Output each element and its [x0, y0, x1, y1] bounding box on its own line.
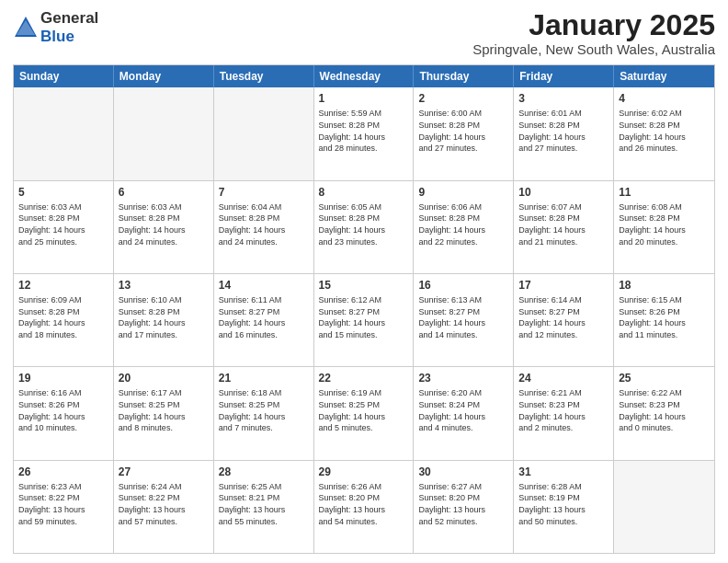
day-cell-29: 29Sunrise: 6:26 AM Sunset: 8:20 PM Dayli…: [314, 461, 415, 553]
day-info: Sunrise: 6:22 AM Sunset: 8:23 PM Dayligh…: [619, 387, 710, 433]
day-info: Sunrise: 6:05 AM Sunset: 8:28 PM Dayligh…: [319, 201, 409, 247]
day-number: 6: [119, 185, 209, 200]
day-number: 13: [119, 278, 209, 293]
day-number: 11: [619, 185, 710, 200]
week-row-3: 12Sunrise: 6:09 AM Sunset: 8:28 PM Dayli…: [14, 273, 714, 366]
day-number: 24: [518, 371, 609, 385]
logo-blue-text: Blue: [40, 28, 74, 45]
month-title: January 2025: [472, 9, 715, 41]
day-info: Sunrise: 6:00 AM Sunset: 8:28 PM Dayligh…: [418, 108, 508, 154]
page: General Blue January 2025 Springvale, Ne…: [0, 0, 728, 563]
day-cell-23: 23Sunrise: 6:20 AM Sunset: 8:24 PM Dayli…: [414, 367, 514, 459]
day-cell-2: 2Sunrise: 6:00 AM Sunset: 8:28 PM Daylig…: [414, 87, 514, 179]
day-cell-17: 17Sunrise: 6:14 AM Sunset: 8:27 PM Dayli…: [514, 274, 614, 366]
day-header-saturday: Saturday: [614, 65, 714, 87]
day-info: Sunrise: 6:18 AM Sunset: 8:25 PM Dayligh…: [219, 387, 309, 433]
day-cell-4: 4Sunrise: 6:02 AM Sunset: 8:28 PM Daylig…: [614, 87, 714, 179]
day-header-friday: Friday: [514, 65, 614, 87]
day-number: 2: [418, 91, 508, 106]
day-number: 31: [518, 465, 609, 479]
day-cell-1: 1Sunrise: 5:59 AM Sunset: 8:28 PM Daylig…: [314, 87, 415, 179]
day-number: 18: [619, 278, 710, 293]
day-cell-18: 18Sunrise: 6:15 AM Sunset: 8:26 PM Dayli…: [614, 274, 714, 366]
day-number: 23: [418, 371, 508, 385]
day-number: 30: [418, 465, 508, 479]
day-info: Sunrise: 6:19 AM Sunset: 8:25 PM Dayligh…: [319, 387, 409, 433]
day-cell-empty-0-2: [214, 87, 314, 179]
day-number: 3: [518, 91, 609, 106]
day-number: 29: [319, 465, 409, 479]
day-info: Sunrise: 6:21 AM Sunset: 8:23 PM Dayligh…: [518, 387, 609, 433]
title-block: January 2025 Springvale, New South Wales…: [472, 9, 715, 57]
day-info: Sunrise: 6:10 AM Sunset: 8:28 PM Dayligh…: [119, 294, 209, 340]
day-cell-12: 12Sunrise: 6:09 AM Sunset: 8:28 PM Dayli…: [14, 274, 114, 366]
day-number: 5: [18, 185, 108, 200]
week-row-1: 1Sunrise: 5:59 AM Sunset: 8:28 PM Daylig…: [14, 87, 714, 179]
day-info: Sunrise: 6:24 AM Sunset: 8:22 PM Dayligh…: [119, 481, 209, 527]
svg-marker-1: [17, 20, 35, 35]
day-cell-7: 7Sunrise: 6:04 AM Sunset: 8:28 PM Daylig…: [214, 181, 314, 273]
day-number: 8: [319, 185, 409, 200]
day-cell-3: 3Sunrise: 6:01 AM Sunset: 8:28 PM Daylig…: [514, 87, 614, 179]
day-info: Sunrise: 6:06 AM Sunset: 8:28 PM Dayligh…: [418, 201, 508, 247]
day-info: Sunrise: 6:26 AM Sunset: 8:20 PM Dayligh…: [319, 481, 409, 527]
day-info: Sunrise: 5:59 AM Sunset: 8:28 PM Dayligh…: [319, 108, 409, 154]
location: Springvale, New South Wales, Australia: [472, 41, 715, 57]
day-info: Sunrise: 6:28 AM Sunset: 8:19 PM Dayligh…: [518, 481, 609, 527]
logo: General Blue: [13, 9, 98, 46]
day-cell-11: 11Sunrise: 6:08 AM Sunset: 8:28 PM Dayli…: [614, 181, 714, 273]
day-info: Sunrise: 6:12 AM Sunset: 8:27 PM Dayligh…: [319, 294, 409, 340]
day-info: Sunrise: 6:01 AM Sunset: 8:28 PM Dayligh…: [518, 108, 609, 154]
day-cell-19: 19Sunrise: 6:16 AM Sunset: 8:26 PM Dayli…: [14, 367, 114, 459]
day-cell-8: 8Sunrise: 6:05 AM Sunset: 8:28 PM Daylig…: [314, 181, 415, 273]
day-number: 1: [319, 91, 409, 106]
day-info: Sunrise: 6:04 AM Sunset: 8:28 PM Dayligh…: [219, 201, 309, 247]
week-row-5: 26Sunrise: 6:23 AM Sunset: 8:22 PM Dayli…: [14, 460, 714, 553]
day-cell-21: 21Sunrise: 6:18 AM Sunset: 8:25 PM Dayli…: [214, 367, 314, 459]
day-cell-empty-0-0: [14, 87, 114, 179]
day-number: 16: [418, 278, 508, 293]
day-cell-empty-0-1: [114, 87, 214, 179]
day-info: Sunrise: 6:07 AM Sunset: 8:28 PM Dayligh…: [518, 201, 609, 247]
day-number: 21: [219, 371, 309, 385]
day-number: 4: [619, 91, 710, 106]
day-info: Sunrise: 6:27 AM Sunset: 8:20 PM Dayligh…: [418, 481, 508, 527]
day-number: 9: [418, 185, 508, 200]
day-cell-22: 22Sunrise: 6:19 AM Sunset: 8:25 PM Dayli…: [314, 367, 415, 459]
calendar-body: 1Sunrise: 5:59 AM Sunset: 8:28 PM Daylig…: [14, 87, 714, 553]
logo-general-text: General: [40, 9, 98, 27]
day-number: 26: [18, 465, 108, 479]
day-header-monday: Monday: [114, 65, 214, 87]
day-number: 28: [219, 465, 309, 479]
day-info: Sunrise: 6:23 AM Sunset: 8:22 PM Dayligh…: [18, 481, 108, 527]
day-header-wednesday: Wednesday: [314, 65, 415, 87]
day-cell-13: 13Sunrise: 6:10 AM Sunset: 8:28 PM Dayli…: [114, 274, 214, 366]
day-cell-26: 26Sunrise: 6:23 AM Sunset: 8:22 PM Dayli…: [14, 461, 114, 553]
day-info: Sunrise: 6:03 AM Sunset: 8:28 PM Dayligh…: [119, 201, 209, 247]
header: General Blue January 2025 Springvale, Ne…: [13, 9, 715, 57]
day-info: Sunrise: 6:11 AM Sunset: 8:27 PM Dayligh…: [219, 294, 309, 340]
day-number: 7: [219, 185, 309, 200]
day-number: 27: [119, 465, 209, 479]
day-cell-27: 27Sunrise: 6:24 AM Sunset: 8:22 PM Dayli…: [114, 461, 214, 553]
day-number: 17: [518, 278, 609, 293]
day-info: Sunrise: 6:08 AM Sunset: 8:28 PM Dayligh…: [619, 201, 710, 247]
logo-icon: [13, 15, 39, 40]
day-info: Sunrise: 6:14 AM Sunset: 8:27 PM Dayligh…: [518, 294, 609, 340]
day-info: Sunrise: 6:17 AM Sunset: 8:25 PM Dayligh…: [119, 387, 209, 433]
day-number: 25: [619, 371, 710, 385]
day-cell-14: 14Sunrise: 6:11 AM Sunset: 8:27 PM Dayli…: [214, 274, 314, 366]
day-info: Sunrise: 6:03 AM Sunset: 8:28 PM Dayligh…: [18, 201, 108, 247]
day-info: Sunrise: 6:13 AM Sunset: 8:27 PM Dayligh…: [418, 294, 508, 340]
day-number: 20: [119, 371, 209, 385]
week-row-4: 19Sunrise: 6:16 AM Sunset: 8:26 PM Dayli…: [14, 366, 714, 459]
day-info: Sunrise: 6:09 AM Sunset: 8:28 PM Dayligh…: [18, 294, 108, 340]
day-cell-10: 10Sunrise: 6:07 AM Sunset: 8:28 PM Dayli…: [514, 181, 614, 273]
day-cell-empty-4-6: [614, 461, 714, 553]
day-header-tuesday: Tuesday: [214, 65, 314, 87]
day-cell-28: 28Sunrise: 6:25 AM Sunset: 8:21 PM Dayli…: [214, 461, 314, 553]
day-header-thursday: Thursday: [414, 65, 514, 87]
day-cell-6: 6Sunrise: 6:03 AM Sunset: 8:28 PM Daylig…: [114, 181, 214, 273]
day-cell-20: 20Sunrise: 6:17 AM Sunset: 8:25 PM Dayli…: [114, 367, 214, 459]
day-cell-30: 30Sunrise: 6:27 AM Sunset: 8:20 PM Dayli…: [414, 461, 514, 553]
